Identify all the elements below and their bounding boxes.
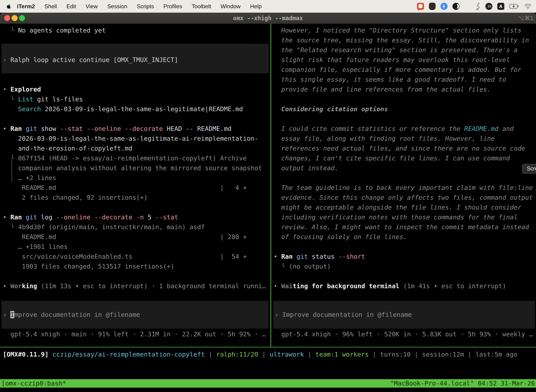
terminal-text-segment [22,214,26,221]
terminal-text-segment: -n [132,214,144,221]
terminal-text-segment: However, I noticed the "Directory Struct… [274,27,522,34]
terminal-text-segment: List [18,96,34,103]
terminal-line [272,114,536,124]
terminal-line: • Ran git status --short [272,252,536,261]
wifi-icon[interactable] [524,3,532,9]
terminal-text-segment: README.md [3,184,56,191]
terminal-line: • Waiting for background terminal (1m 41… [272,281,536,291]
menu-item-toolbelt[interactable]: Toolbelt [187,3,216,10]
terminal-text-segment: 2026-03-09-is-legal-the-same-as-legitima… [3,135,258,142]
terminal-text-segment: README.md [193,125,232,132]
terminal-text-segment: of focusing solely on file lines. [274,233,407,240]
right-prompt-input[interactable]: › Improve documentation in @filename [273,301,535,329]
battery-charging-icon[interactable] [509,4,519,9]
menu-item-profiles[interactable]: Profiles [159,3,187,10]
terminal-line [0,65,270,75]
menu-item-help[interactable]: Help [245,3,266,10]
terminal-text-segment: • [3,214,10,221]
right-pane-lines: However, I noticed the "Directory Struct… [272,24,536,291]
terminal-text-segment: show [37,125,56,132]
terminal-text-segment: | [258,351,270,358]
shield-grid-icon[interactable] [429,3,436,10]
apple-menu-icon[interactable] [6,3,12,9]
left-pane-lines: └ No agents completed yet› Ralph loop ac… [0,24,270,291]
chat-app-icon[interactable] [417,3,424,10]
menu-item-iterm2[interactable]: iTerm2 [12,3,40,10]
window-title-bar[interactable]: omx --xhigh --madmax ⌥⌘1 [0,13,536,24]
menu-item-window[interactable]: Window [216,3,245,10]
terminal-text-segment: and-the-erosion-of-copyleft.md [3,145,132,152]
terminal-text-segment: including verification notes with those … [274,214,517,221]
right-input-text: › Improve documentation in @filename [273,310,535,320]
terminal-text-segment: cczip/essay/ai-reimplementation-copyleft [53,351,205,358]
terminal-text-segment: (11m 13s • esc to interrupt) · 1 backgro… [37,282,266,289]
terminal-line: However, I noticed the "Directory Struct… [272,25,536,35]
blue-bolt-icon[interactable] [440,3,448,10]
terminal-text-segment: evidence. Since this change only affects… [274,194,533,201]
terminal-text-segment: companion analysis without altering the … [3,164,262,172]
terminal-text-segment: ting for background terminal [293,282,399,289]
terminal-text-segment: › [3,311,10,318]
menu-item-shell[interactable]: Shell [40,3,62,10]
terminal-text-segment: └ [3,27,18,34]
menu-item-session[interactable]: Session [103,3,132,10]
terminal-text-segment: king [22,282,37,289]
terminal-line: provide file and line references from th… [272,84,536,94]
left-terminal-pane[interactable]: └ No agents completed yet› Ralph loop ac… [0,24,270,348]
terminal-text-segment: 2026-03-09-is-legal-the-same-as-legitima… [41,105,243,112]
terminal-text-segment: | [205,351,216,358]
terminal-text-segment [48,351,53,358]
tmux-pane-divider[interactable] [270,24,271,347]
terminal-text-segment: turns:10 [380,351,411,358]
menu-item-edit[interactable]: Edit [62,3,81,10]
terminal-text-segment [293,253,297,260]
squiggle-icon[interactable] [476,2,480,10]
terminal-line: └ 067f154 (HEAD -> essay/ai-reimplementa… [0,153,270,163]
terminal-text-segment: • [3,282,10,289]
terminal-text-segment: essay file, along with finding root file… [274,135,495,142]
menu-status-icons: ..61 A [417,2,532,10]
right-terminal-pane[interactable]: However, I noticed the "Directory Struct… [272,24,536,348]
tmux-horizontal-border [0,347,536,347]
terminal-text-segment: | [304,351,315,358]
terminal-line: output instead. [272,163,536,173]
terminal-text-segment: › [3,56,10,63]
terminal-text-segment: I [10,311,14,318]
terminal-text-segment: changes, I can't cite specific file line… [274,154,510,162]
terminal-text-segment: › Improve documentation in @filename [275,311,412,318]
terminal-text-segment: companion file, especially if more comme… [274,66,522,73]
crescent-circle-icon[interactable] [452,3,459,10]
terminal-text-segment: --stat [151,214,178,221]
terminal-line: • Explored [0,84,270,94]
terminal-line: review. Also, I might want to inspect th… [272,222,536,232]
terminal-line: and-the-erosion-of-copyleft.md [0,144,270,153]
terminal-text-segment: • [274,282,281,289]
keyboard-layout-badge[interactable]: A [497,3,504,10]
terminal-content: └ No agents completed yet› Ralph loop ac… [0,24,536,348]
menu-item-view[interactable]: View [81,3,103,10]
terminal-text-segment: | 280 + [220,232,247,242]
terminal-text-segment: I could cite commit statistics or refere… [274,125,464,132]
dots-grid-icon[interactable] [464,3,471,10]
terminal-text-segment: README.md [464,125,498,132]
badge-61[interactable]: ..61 [485,3,492,10]
terminal-line: of focusing solely on file lines. [272,232,536,242]
menu-item-scripts[interactable]: Scripts [132,3,159,10]
terminal-text-segment: └ [3,96,18,103]
terminal-line: README.md| 280 + [0,232,270,242]
terminal-text-segment: the source tree, missing the essay. Stil… [274,37,529,44]
terminal-text-segment: ralph:11/20 [216,351,258,358]
terminal-line: this single essay, it seems like a good … [272,75,536,84]
terminal-text-segment: Ralph loop active continue [OMX_TMUX_INJ… [10,56,178,63]
terminal-line [0,35,270,45]
left-prompt-input[interactable]: › Improve documentation in @filename [1,301,268,329]
terminal-line: • Ran git show --stat --oneline --decora… [0,124,270,134]
terminal-text-segment: Ran [10,214,22,221]
desktop: iTerm2 Shell Edit View Session Scripts P… [0,0,536,392]
terminal-text-segment: slight risk that future readers may over… [274,56,510,63]
terminal-text-segment: review. Also, I might want to inspect th… [274,223,529,231]
terminal-text-segment: 2 files changed, 92 insertions(+) [3,194,148,201]
tmux-session-name: [omx-cczip0:bash* [1,379,66,387]
terminal-text-segment: | [464,351,475,358]
terminal-line: the source tree, missing the essay. Stil… [272,35,536,45]
